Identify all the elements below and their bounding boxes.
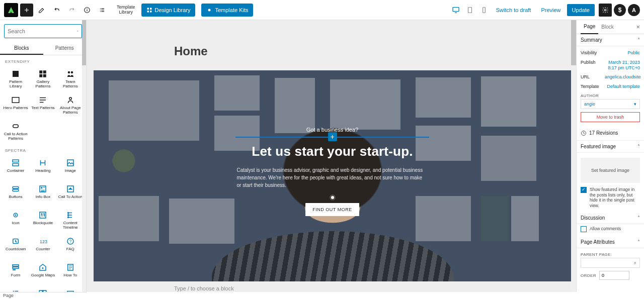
block-icon <box>65 262 75 272</box>
block-item-buttons[interactable]: Buttons <box>2 181 29 207</box>
block-icon <box>38 184 48 194</box>
canvas-scrollbar[interactable] <box>571 20 576 292</box>
block-item-info-box[interactable]: Info Box <box>29 181 56 207</box>
svg-rect-42 <box>13 267 19 268</box>
section-featured-header[interactable]: Featured image˄ <box>577 141 644 153</box>
url-value[interactable]: angelica.cloudsite <box>605 74 640 80</box>
page-title[interactable]: Home <box>174 44 571 58</box>
profile-button[interactable]: A <box>628 4 640 16</box>
template-value[interactable]: Default template <box>607 84 640 89</box>
block-item-pattern-library[interactable]: Pattern Library <box>2 66 29 92</box>
hero-title[interactable]: Let us start your start-up. <box>252 144 413 159</box>
block-label: FAQ <box>66 247 74 252</box>
section-discussion-header[interactable]: Discussion˄ <box>577 212 644 224</box>
block-item-gallery-patterns[interactable]: Gallery Patterns <box>29 66 56 92</box>
block-icon <box>11 95 21 105</box>
tab-blocks[interactable]: Blocks <box>0 42 43 55</box>
hide-featured-checkbox[interactable]: ✓ <box>581 187 587 193</box>
svg-rect-6 <box>150 11 152 13</box>
block-label: Blockquote <box>33 221 53 226</box>
block-item-icon[interactable]: Icon <box>2 207 29 233</box>
svg-rect-10 <box>482 7 485 13</box>
block-icon <box>11 262 21 272</box>
chevron-up-icon: ˄ <box>637 37 640 43</box>
svg-rect-9 <box>468 7 471 13</box>
block-item-call-to-action[interactable]: Call To Action <box>57 181 84 207</box>
block-label: Container <box>7 169 25 173</box>
section-summary-header[interactable]: Summary˄ <box>577 34 644 46</box>
app-logo[interactable] <box>4 3 18 17</box>
redo-button[interactable] <box>65 4 78 17</box>
switch-to-draft-link[interactable]: Switch to draft <box>492 7 535 13</box>
details-button[interactable] <box>80 4 94 17</box>
tab-patterns[interactable]: Patterns <box>43 42 87 55</box>
template-library-button[interactable]: Template Library <box>117 5 135 15</box>
preview-link[interactable]: Preview <box>537 7 565 13</box>
breadcrumb[interactable]: Page <box>0 292 87 299</box>
block-item-blockquote[interactable]: Blockquote <box>29 207 56 233</box>
svg-rect-5 <box>147 11 149 13</box>
block-item-about-page-patterns[interactable]: About Page Patterns <box>57 92 84 118</box>
sidebar-tab-block[interactable]: Block <box>598 24 616 30</box>
device-desktop[interactable] <box>450 4 462 16</box>
block-item-faq[interactable]: ?FAQ <box>57 233 84 259</box>
block-search-field[interactable] <box>4 24 82 38</box>
device-mobile[interactable] <box>478 4 490 16</box>
settings-button[interactable] <box>599 4 612 17</box>
allow-comments-checkbox[interactable] <box>581 226 587 232</box>
svg-rect-4 <box>150 8 152 10</box>
block-item-text-patterns[interactable]: Text Patterns <box>29 92 56 118</box>
block-label: Counter <box>36 247 50 252</box>
update-button[interactable]: Update <box>567 4 595 16</box>
left-scrollbar[interactable] <box>82 20 86 292</box>
order-input[interactable] <box>599 271 629 280</box>
discussion-label: Discussion <box>581 215 605 221</box>
block-item-container[interactable]: Container <box>2 155 29 181</box>
sidebar-close-button[interactable]: × <box>636 23 640 31</box>
clear-icon[interactable]: × <box>633 260 636 266</box>
block-item-countdown[interactable]: Countdown <box>2 233 29 259</box>
revisions-link[interactable]: 17 Revisions <box>577 126 644 141</box>
pencil-icon <box>38 7 45 14</box>
author-select[interactable]: angie▾ <box>581 99 640 109</box>
block-item-call-to-action-patterns[interactable]: Call to Action Patterns <box>2 118 29 144</box>
template-kits-button[interactable]: Template Kits <box>201 4 253 17</box>
block-item-image[interactable]: Image <box>57 155 84 181</box>
hero-cta-button[interactable]: FIND OUT MORE <box>305 203 359 216</box>
block-icon: 123 <box>38 236 48 246</box>
section-page-attributes-header[interactable]: Page Attributes˄ <box>577 236 644 248</box>
search-input[interactable] <box>8 28 77 34</box>
sidebar-tab-page[interactable]: Page <box>581 20 598 34</box>
as-featured-heading[interactable]: AS FEATURED IN <box>94 291 571 292</box>
list-view-button[interactable] <box>96 4 109 17</box>
tools-button[interactable] <box>35 4 48 17</box>
svg-point-34 <box>67 212 69 214</box>
publish-value[interactable]: March 21, 2023 8:17 pm UTC+0 <box>605 60 640 71</box>
block-item-counter[interactable]: 123Counter <box>29 233 56 259</box>
block-item-content-timeline[interactable]: Content Timeline <box>57 207 84 233</box>
block-item-how-to[interactable]: How To <box>57 259 84 285</box>
block-item-hero-patterns[interactable]: Hero Patterns <box>2 92 29 118</box>
block-appender[interactable]: Type / to choose a block <box>94 281 571 291</box>
design-library-button[interactable]: Design Library <box>141 4 196 17</box>
block-item-team-patterns[interactable]: Team Patterns <box>57 66 84 92</box>
block-inserter-button[interactable]: + <box>328 132 337 141</box>
undo-button[interactable] <box>50 4 63 17</box>
astra-button[interactable]: $ <box>614 4 626 16</box>
template-key: Template <box>581 84 599 89</box>
svg-point-35 <box>67 215 69 216</box>
hero-separator[interactable]: + <box>235 137 429 138</box>
block-item-google-maps[interactable]: Google Maps <box>29 259 56 285</box>
hero-description[interactable]: Catalyst is your business advisor, graph… <box>237 166 428 189</box>
block-item-form[interactable]: Form <box>2 259 29 285</box>
hero-block[interactable]: Got a business idea? + Let us start your… <box>94 70 571 281</box>
block-icon <box>65 95 75 105</box>
set-featured-image-button[interactable]: Set featured image <box>581 158 640 183</box>
add-block-button[interactable] <box>20 4 33 17</box>
spark-icon <box>206 7 212 13</box>
parent-page-select[interactable]: × <box>581 258 640 268</box>
device-tablet[interactable] <box>464 4 476 16</box>
move-to-trash-button[interactable]: Move to trash <box>581 112 640 122</box>
visibility-value[interactable]: Public <box>627 50 640 56</box>
block-item-heading[interactable]: Heading <box>29 155 56 181</box>
